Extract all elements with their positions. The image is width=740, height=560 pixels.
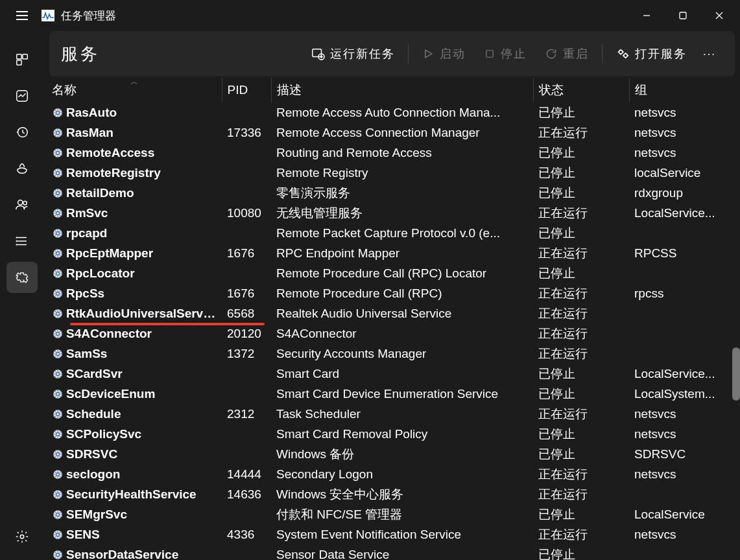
start-button[interactable]: 启动 [412,31,475,76]
performance-icon [15,89,29,103]
cell-name: rpcapd [66,226,107,240]
table-row[interactable]: RemoteAccessRouting and Remote Access已停止… [47,143,740,163]
sidebar-item-performance[interactable] [6,80,38,111]
open-services-icon [615,47,630,61]
cell-pid: 14444 [222,464,271,484]
close-button[interactable] [701,0,737,31]
col-header-desc-label: 描述 [277,83,302,97]
cell-status: 已停止 [533,544,629,560]
cell-name: RasMan [66,126,113,140]
cell-group: localService [629,163,740,183]
cell-group: RPCSS [629,243,740,263]
cell-group [629,303,740,323]
gear-icon [52,268,64,279]
sidebar-item-startup[interactable] [6,153,38,184]
table-row[interactable]: RpcLocatorRemote Procedure Call (RPC) Lo… [47,263,740,283]
table-row[interactable]: S4AConnector20120S4AConnector正在运行 [47,323,740,344]
table-row[interactable]: ScDeviceEnumSmart Card Device Enumeratio… [47,384,740,404]
table-row[interactable]: RpcSs1676Remote Procedure Call (RPC)正在运行… [47,283,740,303]
table-row[interactable]: RasMan17336Remote Access Connection Mana… [47,122,740,143]
table-row[interactable]: seclogon14444Secondary Logon正在运行netsvcs [47,464,740,484]
vertical-scrollbar[interactable] [732,347,740,401]
gear-icon [52,489,64,500]
cell-desc: Windows 备份 [271,444,533,464]
gear-icon [52,509,64,520]
cell-desc: 付款和 NFC/SE 管理器 [271,504,533,524]
cell-status: 已停止 [533,143,629,163]
table-row[interactable]: RemoteRegistryRemote Registry已停止localSer… [47,163,740,183]
sidebar-item-settings[interactable] [6,521,38,552]
table-row[interactable]: SCardSvrSmart Card已停止LocalService... [47,364,740,384]
sidebar-item-history[interactable] [6,117,38,148]
svg-rect-0 [680,12,686,19]
svg-rect-3 [17,60,21,65]
table-row[interactable]: RetailDemo零售演示服务已停止rdxgroup [47,183,740,203]
cell-pid [222,183,271,203]
table-row[interactable]: RtkAudioUniversalServi...6568Realtek Aud… [47,303,740,323]
sidebar-item-services[interactable] [6,262,38,293]
restart-button[interactable]: 重启 [536,31,598,76]
table-row[interactable]: Schedule2312Task Scheduler正在运行netsvcs [47,404,740,424]
col-header-name[interactable]: ︿名称 [47,78,222,102]
processes-icon [15,52,29,67]
sidebar-item-users[interactable] [6,189,38,220]
minimize-button[interactable] [628,0,665,31]
cell-pid: 17336 [222,122,271,143]
highlight-underline [70,323,265,325]
gear-icon [52,529,64,541]
gear-icon [52,147,64,159]
app-icon [42,10,54,21]
gear-icon [52,469,64,480]
table-row[interactable]: SamSs1372Security Accounts Manager正在运行 [47,344,740,364]
cell-group: LocalService [629,504,740,524]
col-header-group[interactable]: 组 [629,78,740,102]
gear-icon [52,449,64,460]
stop-button[interactable]: 停止 [475,31,536,76]
cell-group [629,544,740,560]
close-icon [715,11,724,20]
table-row[interactable]: SEMgrSvc付款和 NFC/SE 管理器已停止LocalService [47,504,740,524]
cell-desc: Sensor Data Service [271,544,533,560]
divider [602,44,603,64]
col-header-desc[interactable]: 描述 [271,78,533,102]
sidebar-item-details[interactable] [6,226,38,257]
sidebar-item-processes[interactable] [6,44,38,75]
cell-desc: Security Accounts Manager [271,344,533,364]
gear-icon [52,428,64,440]
table-row[interactable]: SCPolicySvcSmart Card Removal Policy已停止n… [47,424,740,444]
cell-desc: Remote Procedure Call (RPC) [271,283,533,303]
table-row[interactable]: SecurityHealthService14636Windows 安全中心服务… [47,484,740,504]
page-title: 服务 [61,43,100,65]
cell-status: 已停止 [533,384,629,404]
table-row[interactable]: SensorDataServiceSensor Data Service已停止 [47,544,740,560]
cell-pid [222,544,271,560]
cell-desc: RPC Endpoint Mapper [271,243,533,263]
cell-desc: Remote Procedure Call (RPC) Locator [271,263,533,283]
hamburger-menu-button[interactable] [3,0,42,31]
open-services-button[interactable]: 打开服务 [606,31,696,76]
toolbar: 服务 运行新任务 启动 停止 重启 打开服务 [49,31,735,76]
cell-status: 已停止 [533,183,629,203]
stop-label: 停止 [501,46,527,62]
services-table: ︿名称 PID 描述 状态 组 RasAutoRemote Access Aut… [47,78,740,560]
cell-status: 正在运行 [533,323,629,344]
svg-point-8 [16,237,17,238]
table-row[interactable]: SDRSVCWindows 备份已停止SDRSVC [47,444,740,464]
cell-group: LocalService... [629,364,740,384]
cell-status: 正在运行 [533,303,629,323]
table-row[interactable]: rpcapdRemote Packet Capture Protocol v.0… [47,223,740,243]
cell-name: RemoteRegistry [66,166,161,180]
cell-name: ScDeviceEnum [66,387,155,401]
maximize-button[interactable] [665,0,701,31]
table-row[interactable]: RasAutoRemote Access Auto Connection Man… [47,102,740,122]
table-row[interactable]: SENS4336System Event Notification Servic… [47,524,740,544]
table-row[interactable]: RpcEptMapper1676RPC Endpoint Mapper正在运行R… [47,243,740,263]
sidebar [0,31,44,560]
cell-name: SEMgrSvc [66,508,127,522]
more-button[interactable]: ⋯ [696,46,723,62]
cell-desc: Secondary Logon [271,464,533,484]
table-row[interactable]: RmSvc10080无线电管理服务正在运行LocalService... [47,203,740,223]
run-new-task-button[interactable]: 运行新任务 [302,31,404,76]
col-header-status[interactable]: 状态 [533,78,629,102]
col-header-pid[interactable]: PID [222,78,271,102]
